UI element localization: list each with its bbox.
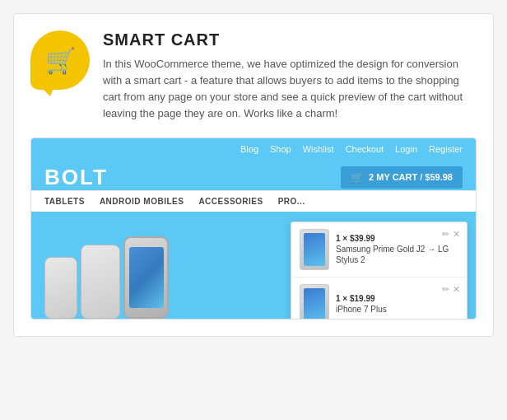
- sub-tablets[interactable]: TABLETS: [44, 197, 85, 206]
- cart-item-2-image: [300, 284, 329, 320]
- cart-item-1-image: [300, 229, 329, 270]
- phones-mockup: [44, 236, 169, 319]
- cart-item-1-qty: 1 × $39.99: [336, 234, 458, 243]
- cart-item-2-img-inner: [304, 288, 325, 320]
- nav-register[interactable]: Register: [429, 144, 463, 154]
- main-card: 🛒 SMART CART In this WooCommerce theme, …: [13, 13, 494, 337]
- cart-item-2-info: 1 × $19.99 iPhone 7 Plus: [336, 294, 458, 315]
- demo-nav: Blog Shop Wishlist Checkout Login Regist…: [31, 138, 476, 160]
- cart-item-2-name: iPhone 7 Plus: [336, 304, 458, 315]
- nav-wishlist[interactable]: Wishlist: [303, 144, 334, 154]
- cart-item-2-edit-icon[interactable]: ✏: [442, 284, 449, 295]
- cart-item-1-img-inner: [304, 233, 325, 266]
- cart-item-1-close-icon[interactable]: ✕: [453, 229, 460, 240]
- phone-white: [44, 257, 77, 319]
- cart-button-label: 2 MY CART / $59.98: [369, 172, 453, 182]
- phone-front: [123, 236, 169, 319]
- header-section: 🛒 SMART CART In this WooCommerce theme, …: [30, 30, 477, 123]
- phone-screen: [129, 247, 164, 308]
- demo-main-area: 1 × $39.99 Samsung Prime Gold J2 → LG St…: [31, 212, 476, 319]
- cart-item-1-name: Samsung Prime Gold J2 → LG Stylus 2: [336, 244, 458, 265]
- cart-icon: 🛒: [45, 46, 76, 75]
- header-text: SMART CART In this WooCommerce theme, we…: [103, 30, 477, 123]
- page-description: In this WooCommerce theme, we have optim…: [103, 56, 477, 123]
- cart-item-2: 1 × $19.99 iPhone 7 Plus ✏ ✕: [291, 278, 467, 320]
- cart-popup: 1 × $39.99 Samsung Prime Gold J2 → LG St…: [291, 222, 467, 320]
- nav-checkout[interactable]: Checkout: [346, 144, 384, 154]
- phone-gray: [81, 245, 120, 319]
- cart-item-1: 1 × $39.99 Samsung Prime Gold J2 → LG St…: [291, 222, 467, 278]
- cart-item-1-actions: ✏ ✕: [442, 229, 460, 240]
- nav-login[interactable]: Login: [395, 144, 417, 154]
- browser-demo: Blog Shop Wishlist Checkout Login Regist…: [30, 138, 477, 320]
- demo-brand-bar: BOLT 🛒 2 MY CART / $59.98: [31, 160, 476, 190]
- sub-pro[interactable]: PRO...: [278, 197, 305, 206]
- cart-bubble-icon: 🛒: [30, 30, 90, 90]
- nav-shop[interactable]: Shop: [270, 144, 291, 154]
- cart-item-1-info: 1 × $39.99 Samsung Prime Gold J2 → LG St…: [336, 234, 458, 265]
- cart-item-1-edit-icon[interactable]: ✏: [442, 229, 449, 240]
- sub-accessories[interactable]: ACCESSORIES: [198, 197, 263, 206]
- demo-submenu: TABLETS ANDROID MOBILES ACCESSORIES PRO.…: [31, 190, 476, 212]
- cart-item-2-qty: 1 × $19.99: [336, 294, 458, 303]
- cart-item-2-close-icon[interactable]: ✕: [453, 284, 460, 295]
- page-title: SMART CART: [103, 30, 477, 49]
- cart-button[interactable]: 🛒 2 MY CART / $59.98: [341, 166, 463, 189]
- cart-button-icon: 🛒: [351, 171, 364, 184]
- bolt-logo: BOLT: [44, 165, 108, 190]
- nav-blog[interactable]: Blog: [240, 144, 258, 154]
- sub-android[interactable]: ANDROID MOBILES: [100, 197, 184, 206]
- cart-item-2-actions: ✏ ✕: [442, 284, 460, 295]
